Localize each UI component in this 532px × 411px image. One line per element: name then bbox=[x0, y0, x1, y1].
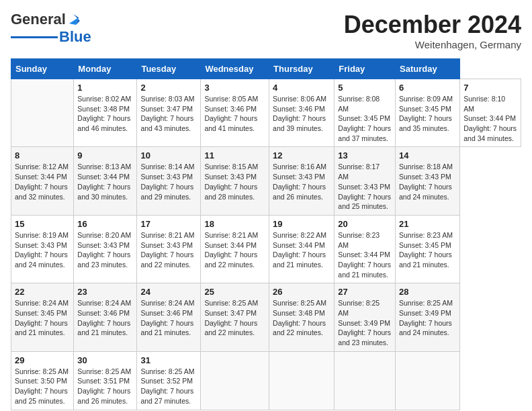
calendar-cell: 20Sunrise: 8:23 AM Sunset: 3:44 PM Dayli… bbox=[335, 215, 396, 283]
calendar-cell bbox=[335, 351, 396, 410]
day-info: Sunrise: 8:25 AM Sunset: 3:52 PM Dayligh… bbox=[140, 367, 197, 406]
day-number: 26 bbox=[273, 287, 330, 297]
day-number: 22 bbox=[15, 287, 70, 297]
day-info: Sunrise: 8:24 AM Sunset: 3:45 PM Dayligh… bbox=[15, 298, 70, 338]
calendar-cell: 8Sunrise: 8:12 AM Sunset: 3:44 PM Daylig… bbox=[11, 147, 74, 215]
day-number: 14 bbox=[399, 150, 456, 161]
calendar-cell: 13Sunrise: 8:17 AM Sunset: 3:43 PM Dayli… bbox=[335, 147, 396, 215]
calendar-cell bbox=[11, 79, 74, 147]
calendar-cell: 12Sunrise: 8:16 AM Sunset: 3:43 PM Dayli… bbox=[269, 147, 335, 215]
column-header-friday: Friday bbox=[335, 59, 396, 79]
calendar-cell: 3Sunrise: 8:05 AM Sunset: 3:46 PM Daylig… bbox=[201, 79, 269, 147]
column-header-saturday: Saturday bbox=[396, 59, 460, 79]
day-number: 21 bbox=[399, 219, 456, 229]
calendar-cell: 14Sunrise: 8:18 AM Sunset: 3:43 PM Dayli… bbox=[396, 147, 460, 215]
calendar-cell: 25Sunrise: 8:25 AM Sunset: 3:47 PM Dayli… bbox=[201, 283, 269, 351]
logo-arrow-icon bbox=[66, 11, 81, 26]
calendar-cell: 17Sunrise: 8:21 AM Sunset: 3:43 PM Dayli… bbox=[137, 215, 201, 283]
day-info: Sunrise: 8:13 AM Sunset: 3:44 PM Dayligh… bbox=[77, 162, 133, 201]
day-info: Sunrise: 8:25 AM Sunset: 3:48 PM Dayligh… bbox=[273, 298, 330, 338]
day-number: 8 bbox=[15, 150, 70, 161]
day-info: Sunrise: 8:14 AM Sunset: 3:43 PM Dayligh… bbox=[140, 162, 197, 201]
calendar-cell: 24Sunrise: 8:24 AM Sunset: 3:46 PM Dayli… bbox=[137, 283, 201, 351]
calendar-cell: 7Sunrise: 8:10 AM Sunset: 3:44 PM Daylig… bbox=[460, 79, 521, 147]
header-row: SundayMondayTuesdayWednesdayThursdayFrid… bbox=[11, 59, 521, 79]
day-number: 24 bbox=[140, 287, 197, 297]
day-info: Sunrise: 8:24 AM Sunset: 3:46 PM Dayligh… bbox=[140, 298, 197, 338]
day-number: 31 bbox=[140, 355, 197, 365]
calendar-cell bbox=[269, 351, 335, 410]
day-info: Sunrise: 8:21 AM Sunset: 3:43 PM Dayligh… bbox=[140, 230, 197, 270]
title-block: December 2024 Weitenhagen, Germany bbox=[344, 11, 521, 50]
calendar-cell: 5Sunrise: 8:08 AM Sunset: 3:45 PM Daylig… bbox=[335, 79, 396, 147]
logo: General Blue bbox=[11, 11, 91, 46]
day-info: Sunrise: 8:10 AM Sunset: 3:44 PM Dayligh… bbox=[463, 94, 517, 143]
calendar-cell bbox=[201, 351, 269, 410]
day-number: 23 bbox=[77, 287, 133, 297]
logo-general-text: General bbox=[11, 11, 66, 28]
day-number: 25 bbox=[204, 287, 265, 297]
column-header-tuesday: Tuesday bbox=[137, 59, 201, 79]
calendar-week-1: 1Sunrise: 8:02 AM Sunset: 3:48 PM Daylig… bbox=[11, 79, 521, 147]
day-number: 3 bbox=[204, 83, 265, 93]
day-info: Sunrise: 8:02 AM Sunset: 3:48 PM Dayligh… bbox=[77, 94, 133, 134]
location: Weitenhagen, Germany bbox=[344, 39, 521, 50]
day-number: 5 bbox=[338, 83, 392, 93]
day-number: 15 bbox=[15, 219, 70, 229]
column-header-sunday: Sunday bbox=[11, 59, 74, 79]
day-number: 19 bbox=[273, 219, 330, 229]
calendar-week-4: 22Sunrise: 8:24 AM Sunset: 3:45 PM Dayli… bbox=[11, 283, 521, 351]
calendar-week-3: 15Sunrise: 8:19 AM Sunset: 3:43 PM Dayli… bbox=[11, 215, 521, 283]
month-title: December 2024 bbox=[344, 11, 521, 39]
svg-marker-0 bbox=[69, 17, 79, 25]
day-info: Sunrise: 8:24 AM Sunset: 3:46 PM Dayligh… bbox=[77, 298, 133, 338]
day-info: Sunrise: 8:22 AM Sunset: 3:44 PM Dayligh… bbox=[273, 230, 330, 270]
day-info: Sunrise: 8:16 AM Sunset: 3:43 PM Dayligh… bbox=[273, 162, 330, 201]
day-number: 30 bbox=[77, 355, 133, 365]
calendar-cell: 26Sunrise: 8:25 AM Sunset: 3:48 PM Dayli… bbox=[269, 283, 335, 351]
calendar-cell: 2Sunrise: 8:03 AM Sunset: 3:47 PM Daylig… bbox=[137, 79, 201, 147]
day-number: 11 bbox=[204, 150, 265, 161]
column-header-thursday: Thursday bbox=[269, 59, 335, 79]
calendar-cell: 10Sunrise: 8:14 AM Sunset: 3:43 PM Dayli… bbox=[137, 147, 201, 215]
calendar-body: 1Sunrise: 8:02 AM Sunset: 3:48 PM Daylig… bbox=[11, 79, 521, 410]
day-number: 1 bbox=[77, 83, 133, 93]
day-info: Sunrise: 8:25 AM Sunset: 3:51 PM Dayligh… bbox=[77, 367, 133, 406]
day-number: 27 bbox=[338, 287, 392, 297]
calendar-table: SundayMondayTuesdayWednesdayThursdayFrid… bbox=[11, 58, 521, 410]
day-info: Sunrise: 8:05 AM Sunset: 3:46 PM Dayligh… bbox=[204, 94, 265, 134]
day-number: 2 bbox=[140, 83, 197, 93]
calendar-week-2: 8Sunrise: 8:12 AM Sunset: 3:44 PM Daylig… bbox=[11, 147, 521, 215]
day-number: 4 bbox=[273, 83, 330, 93]
day-info: Sunrise: 8:18 AM Sunset: 3:43 PM Dayligh… bbox=[399, 162, 456, 201]
day-info: Sunrise: 8:20 AM Sunset: 3:43 PM Dayligh… bbox=[77, 230, 133, 270]
day-info: Sunrise: 8:25 AM Sunset: 3:47 PM Dayligh… bbox=[204, 298, 265, 338]
calendar-cell: 11Sunrise: 8:15 AM Sunset: 3:43 PM Dayli… bbox=[201, 147, 269, 215]
calendar-cell: 21Sunrise: 8:23 AM Sunset: 3:45 PM Dayli… bbox=[396, 215, 460, 283]
calendar-cell: 27Sunrise: 8:25 AM Sunset: 3:49 PM Dayli… bbox=[335, 283, 396, 351]
day-number: 20 bbox=[338, 219, 392, 229]
calendar-cell: 19Sunrise: 8:22 AM Sunset: 3:44 PM Dayli… bbox=[269, 215, 335, 283]
page-header: General Blue December 2024 Weitenhagen, … bbox=[11, 11, 521, 50]
calendar-header: SundayMondayTuesdayWednesdayThursdayFrid… bbox=[11, 59, 521, 79]
logo-underline bbox=[11, 36, 58, 38]
calendar-cell: 16Sunrise: 8:20 AM Sunset: 3:43 PM Dayli… bbox=[74, 215, 137, 283]
day-number: 13 bbox=[338, 150, 392, 161]
column-header-monday: Monday bbox=[74, 59, 137, 79]
day-info: Sunrise: 8:06 AM Sunset: 3:46 PM Dayligh… bbox=[273, 94, 330, 134]
day-number: 6 bbox=[399, 83, 456, 93]
day-number: 10 bbox=[140, 150, 197, 161]
day-info: Sunrise: 8:23 AM Sunset: 3:45 PM Dayligh… bbox=[399, 230, 456, 270]
calendar-cell: 18Sunrise: 8:21 AM Sunset: 3:44 PM Dayli… bbox=[201, 215, 269, 283]
day-info: Sunrise: 8:15 AM Sunset: 3:43 PM Dayligh… bbox=[204, 162, 265, 201]
day-info: Sunrise: 8:09 AM Sunset: 3:45 PM Dayligh… bbox=[399, 94, 456, 134]
day-number: 28 bbox=[399, 287, 456, 297]
logo-icon: General bbox=[11, 11, 81, 28]
calendar-cell: 23Sunrise: 8:24 AM Sunset: 3:46 PM Dayli… bbox=[74, 283, 137, 351]
calendar-cell: 15Sunrise: 8:19 AM Sunset: 3:43 PM Dayli… bbox=[11, 215, 74, 283]
calendar-cell: 22Sunrise: 8:24 AM Sunset: 3:45 PM Dayli… bbox=[11, 283, 74, 351]
calendar-cell bbox=[396, 351, 460, 410]
day-number: 29 bbox=[15, 355, 70, 365]
calendar-cell: 29Sunrise: 8:25 AM Sunset: 3:50 PM Dayli… bbox=[11, 351, 74, 410]
day-info: Sunrise: 8:19 AM Sunset: 3:43 PM Dayligh… bbox=[15, 230, 70, 270]
